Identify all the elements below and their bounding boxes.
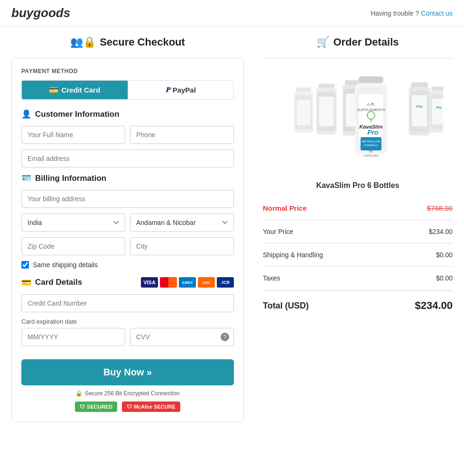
payment-card: PAYMENT METHOD 💳 Credit Card 𝐏 PayPal 👤 … <box>11 58 244 422</box>
country-select[interactable]: India <box>21 214 125 232</box>
full-name-input[interactable] <box>21 126 125 144</box>
card-details-header: 💳 Card Details VISA AMEX DISC JCB <box>21 277 234 288</box>
cvv-help-icon[interactable]: ? <box>221 333 229 341</box>
zip-input[interactable] <box>21 237 125 255</box>
mcafee-badge: 🛡 McAfee SECURE <box>122 401 180 412</box>
payment-tabs: 💳 Credit Card 𝐏 PayPal <box>21 80 234 100</box>
phone-input[interactable] <box>130 126 234 144</box>
svg-rect-0 <box>296 88 311 92</box>
state-select[interactable]: Andaman & Nicobar <box>130 214 234 232</box>
card-number-field <box>21 294 234 312</box>
zip-field <box>21 237 125 255</box>
state-field: Andaman & Nicobar <box>130 214 234 232</box>
product-bottles-svg: A.R. SUPPLEMENTS KavaSlim Pro METABOLISM… <box>272 68 443 172</box>
discover-icon: DISC <box>198 277 215 288</box>
city-input[interactable] <box>130 237 234 255</box>
your-price-label: Your Price <box>263 228 293 235</box>
card-number-row <box>21 294 234 312</box>
mcafee-icon: 🛡 <box>127 404 132 410</box>
paypal-icon: 𝐏 <box>166 86 170 94</box>
country-field: India <box>21 214 125 232</box>
svg-rect-7 <box>319 97 334 126</box>
country-state-row: India Andaman & Nicobar <box>21 214 234 232</box>
svg-rect-3 <box>297 100 311 125</box>
contact-us-link[interactable]: Contact us <box>421 9 453 17</box>
card-number-input[interactable] <box>21 294 234 312</box>
jcb-icon: JCB <box>217 277 234 288</box>
cvv-field: ? <box>130 328 234 346</box>
trouble-text: Having trouble ? <box>371 9 419 17</box>
secured-badge: 🛡 SECURED <box>75 401 117 412</box>
svg-rect-30 <box>412 95 427 127</box>
credit-card-icon: 💳 <box>49 85 58 94</box>
name-phone-row <box>21 126 234 144</box>
product-image: A.R. SUPPLEMENTS KavaSlim Pro METABOLISM… <box>263 68 453 174</box>
city-field <box>130 237 234 255</box>
svg-rect-12 <box>359 76 383 83</box>
email-field <box>21 149 234 168</box>
normal-price-value: $768.00 <box>427 204 453 212</box>
svg-text:METABOLISM: METABOLISM <box>362 140 380 143</box>
phone-field <box>130 126 234 144</box>
expiry-field <box>21 328 125 346</box>
your-price-row: Your Price $234.00 <box>263 223 453 240</box>
billing-icon: 🪪 <box>21 173 31 183</box>
normal-price-label: Normal Price <box>263 204 307 212</box>
billing-address-input[interactable] <box>21 190 234 208</box>
svg-text:Pro: Pro <box>436 106 442 109</box>
expiry-input[interactable] <box>21 328 125 346</box>
svg-text:Pro: Pro <box>367 129 379 136</box>
order-details-title: 🛒 Order Details <box>263 36 453 48</box>
shipping-row: Shipping & Handling $0.00 <box>263 246 453 263</box>
same-shipping-label: Same shipping details <box>33 261 98 269</box>
buy-now-button[interactable]: Buy Now » <box>21 359 234 385</box>
svg-text:Pro: Pro <box>416 104 422 109</box>
customer-icon: 👤 <box>21 109 31 119</box>
main-container: 👥🔒 Secure Checkout PAYMENT METHOD 💳 Cred… <box>0 27 464 431</box>
lock-icon: 🔒 <box>75 390 83 397</box>
svg-text:A.R.: A.R. <box>367 102 375 107</box>
card-details-title-row: 💳 Card Details <box>21 278 82 288</box>
secure-checkout-icon: 👥🔒 <box>70 36 96 48</box>
your-price-value: $234.00 <box>428 228 453 235</box>
svg-text:60: 60 <box>369 149 373 153</box>
taxes-row: Taxes $0.00 <box>263 270 453 287</box>
billing-info-header: 🪪 Billing Information <box>21 173 234 183</box>
billing-address-field <box>21 190 234 208</box>
expiry-cvv-row: ? <box>21 328 234 346</box>
taxes-value: $0.00 <box>436 274 453 282</box>
mastercard-icon <box>160 277 177 288</box>
shield-icon: 🛡 <box>80 404 85 410</box>
total-row: Total (USD) $234.00 <box>263 295 453 317</box>
total-label: Total (USD) <box>263 301 309 311</box>
customer-info-header: 👤 Customer Information <box>21 109 234 119</box>
normal-price-row: Normal Price $768.00 <box>263 199 453 217</box>
cart-icon: 🛒 <box>316 36 329 48</box>
svg-text:FORMULA: FORMULA <box>364 144 378 147</box>
shipping-value: $0.00 <box>436 251 453 259</box>
checkout-title: 👥🔒 Secure Checkout <box>11 36 244 48</box>
same-shipping-row: Same shipping details <box>21 261 234 269</box>
zip-city-row <box>21 237 234 255</box>
card-icons: VISA AMEX DISC JCB <box>141 277 234 288</box>
svg-rect-35 <box>432 99 443 125</box>
credit-card-tab[interactable]: 💳 Credit Card <box>22 81 128 99</box>
left-panel: 👥🔒 Secure Checkout PAYMENT METHOD 💳 Cred… <box>11 36 244 422</box>
price-table: Normal Price $768.00 Your Price $234.00 … <box>263 199 453 317</box>
payment-method-label: PAYMENT METHOD <box>21 68 234 75</box>
visa-icon: VISA <box>141 277 158 288</box>
email-row <box>21 149 234 168</box>
card-icon: 💳 <box>21 278 31 288</box>
full-name-field <box>21 126 125 144</box>
trust-badges: 🛡 SECURED 🛡 McAfee SECURE <box>21 401 234 412</box>
paypal-tab[interactable]: 𝐏 PayPal <box>128 81 234 99</box>
billing-address-row <box>21 190 234 208</box>
product-name: KavaSlim Pro 6 Bottles <box>263 181 453 190</box>
right-panel: 🛒 Order Details <box>263 36 453 422</box>
header-right: Having trouble ? Contact us <box>371 9 453 17</box>
cvv-input[interactable] <box>130 328 234 346</box>
same-shipping-checkbox[interactable] <box>21 261 29 269</box>
security-text: 🔒 Secure 256 Bit Encrypted Connection <box>21 390 234 397</box>
header: buygoods Having trouble ? Contact us <box>0 0 464 27</box>
email-input[interactable] <box>21 149 234 168</box>
